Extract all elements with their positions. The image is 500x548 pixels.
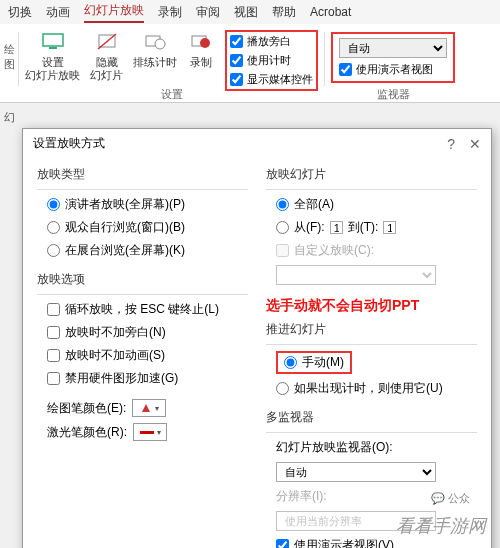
help-button[interactable]: ? xyxy=(447,136,455,152)
narration-label: 播放旁白 xyxy=(247,34,291,49)
record-label: 录制 xyxy=(190,56,212,69)
pen-color-label: 绘图笔颜色(E): xyxy=(47,400,126,417)
svg-point-7 xyxy=(200,38,210,48)
multi-monitor-title: 多监视器 xyxy=(266,409,477,426)
tab-record[interactable]: 录制 xyxy=(158,4,182,21)
no-narration-checkbox[interactable]: 放映时不加旁白(N) xyxy=(47,324,248,341)
disable-hw-checkbox[interactable]: 禁用硬件图形加速(G) xyxy=(47,370,248,387)
loop-label: 循环放映，按 ESC 键终止(L) xyxy=(65,301,219,318)
close-button[interactable]: ✕ xyxy=(469,136,481,152)
show-slides-title: 放映幻灯片 xyxy=(266,166,477,183)
tab-animation[interactable]: 动画 xyxy=(46,4,70,21)
rehearse-button[interactable]: 排练计时 xyxy=(133,30,177,69)
kiosk-full-radio[interactable]: 在展台浏览(全屏幕)(K) xyxy=(47,242,248,259)
show-monitor-label: 幻灯片放映监视器(O): xyxy=(276,439,477,456)
presenter-full-label: 演讲者放映(全屏幕)(P) xyxy=(65,196,185,213)
all-slides-label: 全部(A) xyxy=(294,196,334,213)
show-monitor-select[interactable]: 自动 xyxy=(276,462,436,482)
from-slides-radio[interactable]: 从(F): xyxy=(276,219,325,236)
disable-hw-label: 禁用硬件图形加速(G) xyxy=(65,370,178,387)
presenter-view-dlg-checkbox[interactable]: 使用演示者视图(V) xyxy=(276,537,477,548)
presenter-view-label: 使用演示者视图 xyxy=(356,62,433,77)
svg-point-5 xyxy=(155,39,165,49)
no-narration-label: 放映时不加旁白(N) xyxy=(65,324,166,341)
monitor-icon xyxy=(39,30,67,54)
use-timings-radio[interactable]: 如果出现计时，则使用它(U) xyxy=(276,380,477,397)
show-type-section: 放映类型 演讲者放映(全屏幕)(P) 观众自行浏览(窗口)(B) 在展台浏览(全… xyxy=(37,166,248,259)
show-type-title: 放映类型 xyxy=(37,166,248,183)
playback-checks-group: 播放旁白 使用计时 显示媒体控件 xyxy=(225,30,318,91)
laser-color-picker[interactable]: ▾ xyxy=(133,423,167,441)
setup-show-dialog: 设置放映方式 ? ✕ 放映类型 演讲者放映(全屏幕)(P) 观众自行浏览(窗口)… xyxy=(22,128,492,548)
rehearse-label: 排练计时 xyxy=(133,56,177,69)
hide-slide-button[interactable]: 隐藏 幻灯片 xyxy=(90,30,123,82)
presenter-full-radio[interactable]: 演讲者放映(全屏幕)(P) xyxy=(47,196,248,213)
left-column: 放映类型 演讲者放映(全屏幕)(P) 观众自行浏览(窗口)(B) 在展台浏览(全… xyxy=(37,166,248,548)
group-monitor: 自动 使用演示者视图 监视器 xyxy=(325,30,461,100)
wechat-hint: 💬 公众 xyxy=(431,491,470,506)
svg-rect-0 xyxy=(43,34,63,46)
browse-window-label: 观众自行浏览(窗口)(B) xyxy=(65,219,185,236)
svg-rect-1 xyxy=(49,47,57,49)
media-controls-checkbox[interactable]: 显示媒体控件 xyxy=(230,72,313,87)
ribbon-tabs: 切换 动画 幻灯片放映 录制 审阅 视图 帮助 Acrobat xyxy=(0,0,500,24)
media-label: 显示媒体控件 xyxy=(247,72,313,87)
no-animation-label: 放映时不加动画(S) xyxy=(65,347,165,364)
slide-tab-marker: 幻 xyxy=(4,110,15,125)
tab-review[interactable]: 审阅 xyxy=(196,4,220,21)
tab-view[interactable]: 视图 xyxy=(234,4,258,21)
hide-label: 隐藏 幻灯片 xyxy=(90,56,123,82)
timing-checkbox[interactable]: 使用计时 xyxy=(230,53,313,68)
to-spinner[interactable] xyxy=(383,221,396,234)
from-spinner[interactable] xyxy=(330,221,343,234)
tab-transition[interactable]: 切换 xyxy=(8,4,32,21)
annotation-text: 选手动就不会自动切PPT xyxy=(266,297,477,315)
loop-checkbox[interactable]: 循环放映，按 ESC 键终止(L) xyxy=(47,301,248,318)
browse-window-radio[interactable]: 观众自行浏览(窗口)(B) xyxy=(47,219,248,236)
clock-icon xyxy=(141,30,169,54)
group-monitor-label: 监视器 xyxy=(377,87,410,102)
setup-slideshow-button[interactable]: 设置 幻灯片放映 xyxy=(25,30,80,82)
manual-label: 手动(M) xyxy=(302,354,344,371)
watermark: 看看手游网 xyxy=(396,514,486,538)
ribbon-body: 绘图 设置 幻灯片放映 隐藏 幻灯片 排练计时 录制 xyxy=(0,24,500,102)
tab-slideshow[interactable]: 幻灯片放映 xyxy=(84,2,144,23)
laser-color-label: 激光笔颜色(R): xyxy=(47,424,127,441)
from-label: 从(F): xyxy=(294,219,325,236)
to-label: 到(T): xyxy=(348,219,379,236)
show-options-section: 放映选项 循环放映，按 ESC 键终止(L) 放映时不加旁白(N) 放映时不加动… xyxy=(37,271,248,441)
custom-show-label: 自定义放映(C): xyxy=(294,242,374,259)
presenter-view-checkbox[interactable]: 使用演示者视图 xyxy=(339,62,447,77)
tab-acrobat[interactable]: Acrobat xyxy=(310,5,351,19)
setup-label: 设置 幻灯片放映 xyxy=(25,56,80,82)
record-icon xyxy=(187,30,215,54)
show-slides-section: 放映幻灯片 全部(A) 从(F): 到(T): 自定义放映(C): xyxy=(266,166,477,285)
group-setup: 设置 幻灯片放映 隐藏 幻灯片 排练计时 录制 播放旁白 使用计时 显 xyxy=(19,30,324,100)
record-button[interactable]: 录制 xyxy=(187,30,215,69)
tab-help[interactable]: 帮助 xyxy=(272,4,296,21)
hide-icon xyxy=(93,30,121,54)
dialog-titlebar: 设置放映方式 ? ✕ xyxy=(23,129,491,158)
show-options-title: 放映选项 xyxy=(37,271,248,288)
advance-slides-section: 推进幻灯片 手动(M) 如果出现计时，则使用它(U) xyxy=(266,321,477,397)
side-label: 绘图 xyxy=(4,30,18,100)
custom-show-select xyxy=(276,265,436,285)
kiosk-full-label: 在展台浏览(全屏幕)(K) xyxy=(65,242,185,259)
narration-checkbox[interactable]: 播放旁白 xyxy=(230,34,313,49)
presenter-view-dlg-label: 使用演示者视图(V) xyxy=(294,537,394,548)
advance-slides-title: 推进幻灯片 xyxy=(266,321,477,338)
use-timings-label: 如果出现计时，则使用它(U) xyxy=(294,380,443,397)
group-setup-label: 设置 xyxy=(161,87,183,102)
ribbon: 切换 动画 幻灯片放映 录制 审阅 视图 帮助 Acrobat 绘图 设置 幻灯… xyxy=(0,0,500,103)
manual-radio[interactable]: 手动(M) xyxy=(276,351,352,374)
pen-color-picker[interactable]: ▾ xyxy=(132,399,166,417)
no-animation-checkbox[interactable]: 放映时不加动画(S) xyxy=(47,347,248,364)
custom-show-checkbox: 自定义放映(C): xyxy=(276,242,477,259)
all-slides-radio[interactable]: 全部(A) xyxy=(276,196,477,213)
monitor-select[interactable]: 自动 xyxy=(339,38,447,58)
dialog-title: 设置放映方式 xyxy=(33,135,105,152)
timing-label: 使用计时 xyxy=(247,53,291,68)
